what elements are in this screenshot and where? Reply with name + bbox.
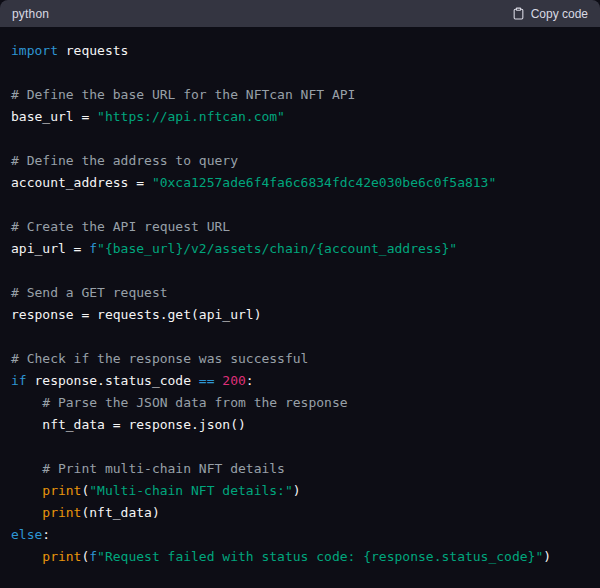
code-block-header: python Copy code <box>0 0 600 27</box>
code-token-com: # Parse the JSON data from the response <box>42 395 347 410</box>
code-token-pl: nft_data = response.json() <box>11 417 246 432</box>
code-line: nft_data = response.json() <box>11 414 589 436</box>
code-token-pl: account_address = <box>11 175 152 190</box>
code-token-com: # Define the address to query <box>11 153 238 168</box>
code-language-label: python <box>12 7 49 21</box>
code-token-str: "{base_url}/v2/assets/chain/{account_add… <box>97 241 457 256</box>
code-line <box>11 436 589 458</box>
code-token-pl <box>11 549 42 564</box>
clipboard-icon <box>512 7 525 20</box>
copy-code-label: Copy code <box>531 7 588 21</box>
code-line: # Print multi-chain NFT details <box>11 458 589 480</box>
code-block: python Copy code import requests # Defin… <box>0 0 600 588</box>
code-token-str: "https://api.nftcan.com" <box>97 109 285 124</box>
code-token-kw: else <box>11 527 42 542</box>
code-token-com: # Send a GET request <box>11 285 168 300</box>
code-line: print(nft_data) <box>11 502 589 524</box>
code-token-pl: requests <box>58 43 128 58</box>
code-token-pl: base_url = <box>11 109 97 124</box>
code-line <box>11 128 589 150</box>
code-token-kw: import <box>11 43 58 58</box>
copy-code-button[interactable]: Copy code <box>512 7 588 21</box>
code-line: # Create the API request URL <box>11 216 589 238</box>
code-token-com: # Define the base URL for the NFTcan NFT… <box>11 87 355 102</box>
code-line <box>11 326 589 348</box>
code-line: api_url = f"{base_url}/v2/assets/chain/{… <box>11 238 589 260</box>
code-line: else: <box>11 524 589 546</box>
code-token-pl <box>11 395 42 410</box>
code-line: import requests <box>11 40 589 62</box>
code-token-pl: api_url = <box>11 241 89 256</box>
code-token-str: "0xca1257ade6f4fa6c6834fdc42e030be6c0f5a… <box>152 175 496 190</box>
code-token-pl: ) <box>293 483 301 498</box>
code-token-str: "Request failed with status code: {respo… <box>97 549 543 564</box>
code-token-pl <box>11 461 42 476</box>
code-token-pl: response.status_code <box>27 373 199 388</box>
code-token-pl: : <box>42 527 50 542</box>
code-line: print(f"Request failed with status code:… <box>11 546 589 568</box>
code-line: base_url = "https://api.nftcan.com" <box>11 106 589 128</box>
code-line: # Send a GET request <box>11 282 589 304</box>
code-token-kw: f <box>89 549 97 564</box>
code-token-fn: print <box>42 505 81 520</box>
code-token-str: "Multi-chain NFT details:" <box>89 483 293 498</box>
code-token-kw: f <box>89 241 97 256</box>
code-token-pl: : <box>246 373 254 388</box>
code-line: response = requests.get(api_url) <box>11 304 589 326</box>
code-line: # Parse the JSON data from the response <box>11 392 589 414</box>
code-token-pl: ) <box>543 549 551 564</box>
code-line: # Check if the response was successful <box>11 348 589 370</box>
code-token-pl <box>11 483 42 498</box>
code-token-kw: == <box>199 373 215 388</box>
code-line <box>11 62 589 84</box>
code-token-num: 200 <box>222 373 245 388</box>
code-token-kw: if <box>11 373 27 388</box>
code-token-pl <box>11 505 42 520</box>
code-token-com: # Create the API request URL <box>11 219 230 234</box>
code-line <box>11 260 589 282</box>
code-line: # Define the base URL for the NFTcan NFT… <box>11 84 589 106</box>
code-content: import requests # Define the base URL fo… <box>0 27 600 588</box>
code-token-fn: print <box>42 483 81 498</box>
code-token-fn: print <box>42 549 81 564</box>
code-line <box>11 194 589 216</box>
code-line: if response.status_code == 200: <box>11 370 589 392</box>
code-line: # Define the address to query <box>11 150 589 172</box>
code-line: print("Multi-chain NFT details:") <box>11 480 589 502</box>
code-token-com: # Print multi-chain NFT details <box>42 461 285 476</box>
code-token-com: # Check if the response was successful <box>11 351 308 366</box>
code-line: account_address = "0xca1257ade6f4fa6c683… <box>11 172 589 194</box>
code-token-pl: response = requests.get(api_url) <box>11 307 261 322</box>
code-token-pl: (nft_data) <box>81 505 159 520</box>
